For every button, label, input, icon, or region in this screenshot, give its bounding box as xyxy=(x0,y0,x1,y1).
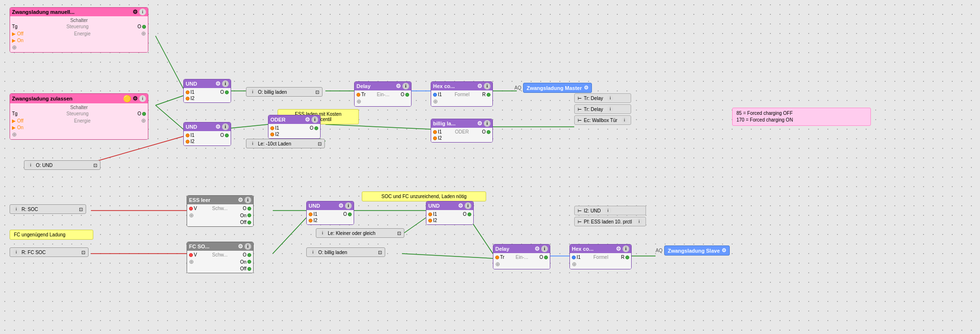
off-port[interactable] xyxy=(247,221,251,224)
info-icon[interactable]: i xyxy=(222,123,229,130)
add-port[interactable]: ⊕ xyxy=(572,261,577,267)
info-icon[interactable]: i xyxy=(636,218,643,225)
tr-delay-2[interactable]: ⊢ Tr: Delay i xyxy=(574,104,631,114)
output-port[interactable] xyxy=(487,130,490,134)
input-port[interactable] xyxy=(189,207,193,211)
gear-icon[interactable]: ⚙ xyxy=(722,247,726,254)
info-icon[interactable]: i xyxy=(484,120,490,127)
gear-icon[interactable]: ⚙ xyxy=(477,83,482,89)
on-port[interactable] xyxy=(247,213,251,217)
node-row: ⊕ On xyxy=(189,212,251,219)
node-row: ⊕ xyxy=(12,44,146,51)
add-port[interactable]: ⊕ xyxy=(189,258,194,265)
info-icon[interactable]: i xyxy=(139,9,146,15)
input-port[interactable] xyxy=(433,136,437,140)
output-port[interactable] xyxy=(405,93,409,97)
output-port[interactable] xyxy=(348,212,352,216)
output-port[interactable] xyxy=(142,25,146,29)
output-port[interactable] xyxy=(314,126,318,130)
info-icon[interactable]: i xyxy=(312,116,318,123)
output-port[interactable] xyxy=(544,256,548,259)
i2-und-connector[interactable]: ⊢ I2: UND i xyxy=(574,206,646,215)
info-icon[interactable]: i xyxy=(139,95,146,102)
ec-wallbox-tur[interactable]: ⊢ Ec: Wallbox Tür i xyxy=(574,115,631,125)
input-port[interactable] xyxy=(433,130,437,134)
node-row: ▶ Off Energie ⊕ xyxy=(12,117,146,124)
output-port[interactable] xyxy=(625,256,629,259)
input-port[interactable] xyxy=(270,133,274,136)
add-port[interactable]: ⊕ xyxy=(189,212,194,219)
gear-icon[interactable]: ⚙ xyxy=(477,120,482,127)
gear-icon[interactable]: ⚙ xyxy=(584,85,589,91)
input-port[interactable] xyxy=(433,93,437,97)
add-row[interactable]: ⊕ xyxy=(12,44,17,51)
info-icon[interactable]: i xyxy=(607,106,613,112)
add-row[interactable]: ⊕ xyxy=(12,131,17,138)
input-port[interactable] xyxy=(270,126,274,130)
input-port[interactable] xyxy=(309,212,312,216)
input-port[interactable] xyxy=(189,253,193,257)
gear-icon[interactable]: ⚙ xyxy=(458,202,463,209)
gear-icon[interactable]: ⚙ xyxy=(616,245,621,252)
add-port[interactable]: ⊕ xyxy=(433,98,438,105)
gear-icon[interactable]: ⚙ xyxy=(305,116,310,123)
info-icon[interactable]: i xyxy=(484,83,490,89)
add-port[interactable]: ⊕ xyxy=(495,261,500,267)
input-port[interactable] xyxy=(186,140,189,144)
output-port[interactable] xyxy=(487,93,490,97)
info-icon[interactable]: i xyxy=(319,230,326,236)
gear-icon[interactable]: ⚙ xyxy=(133,9,138,15)
info-icon[interactable]: i xyxy=(245,197,251,203)
gear-icon[interactable]: ⚙ xyxy=(338,202,344,209)
info-icon[interactable]: i xyxy=(607,95,613,101)
info-icon[interactable]: i xyxy=(245,243,251,250)
add-port[interactable]: ⊕ xyxy=(141,117,146,124)
input-port[interactable] xyxy=(356,93,360,97)
tr-delay-1[interactable]: ⊢ Tr: Delay i xyxy=(574,93,631,103)
info-icon[interactable]: i xyxy=(623,245,629,252)
output-port[interactable] xyxy=(225,90,229,94)
info-icon[interactable]: i xyxy=(13,249,20,256)
gear-icon[interactable]: ⚙ xyxy=(238,243,243,250)
input-port[interactable] xyxy=(428,219,432,223)
add-port[interactable]: ⊕ xyxy=(141,30,146,37)
output-port[interactable] xyxy=(247,207,251,211)
gear-icon[interactable]: ⚙ xyxy=(238,197,243,203)
gear-icon[interactable]: ⚙ xyxy=(396,83,401,89)
off-port[interactable] xyxy=(247,267,251,271)
zwangsladung-slave-label: Zwangsladung Slave xyxy=(668,248,720,254)
output-port[interactable] xyxy=(142,112,146,116)
on-port[interactable] xyxy=(247,260,251,264)
info-icon[interactable]: i xyxy=(222,80,229,87)
info-icon[interactable]: i xyxy=(402,83,409,89)
info-icon[interactable]: i xyxy=(249,140,256,147)
gear-icon[interactable]: ⚙ xyxy=(535,245,540,252)
info-icon[interactable]: i xyxy=(13,206,20,212)
info-icon[interactable]: i xyxy=(27,162,34,168)
input-port[interactable] xyxy=(186,97,189,100)
input-port[interactable] xyxy=(309,219,312,223)
info-icon[interactable]: i xyxy=(621,117,628,123)
info-icon[interactable]: i xyxy=(465,202,471,209)
zwangsladung-slave-block[interactable]: Zwangsladung Slave ⚙ xyxy=(664,245,730,256)
input-port[interactable] xyxy=(186,134,189,137)
info-icon[interactable]: i xyxy=(541,245,548,252)
node-row: I2 xyxy=(186,95,229,101)
gear-icon[interactable]: ⚙ xyxy=(215,80,221,87)
add-port[interactable]: ⊕ xyxy=(356,98,361,105)
input-port[interactable] xyxy=(572,256,576,259)
info-icon[interactable]: i xyxy=(310,249,316,256)
info-icon[interactable]: i xyxy=(249,89,256,95)
pf-ess-connector[interactable]: ⊢ Pf: ESS laden 10. prctl i xyxy=(574,217,646,226)
gear-icon[interactable]: ⚙ xyxy=(215,123,221,130)
output-port[interactable] xyxy=(225,134,229,137)
input-port[interactable] xyxy=(186,90,189,94)
output-port[interactable] xyxy=(247,253,251,257)
info-icon[interactable]: i xyxy=(605,207,612,214)
gear-icon[interactable]: ⚙ xyxy=(133,95,138,102)
zwangsladung-master-block[interactable]: Zwangsladung Master ⚙ xyxy=(523,83,592,93)
output-port[interactable] xyxy=(468,212,471,216)
input-port[interactable] xyxy=(428,212,432,216)
input-port[interactable] xyxy=(495,256,499,259)
info-icon[interactable]: i xyxy=(345,202,352,209)
